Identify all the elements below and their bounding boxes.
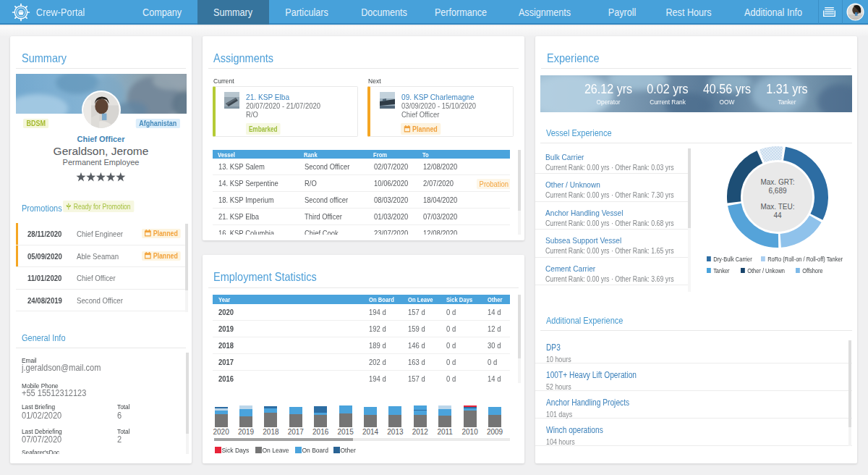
svg-text:44: 44 [773,211,782,219]
svg-text:Max. GRT:: Max. GRT: [760,178,794,186]
svg-text:6,689: 6,689 [768,187,786,195]
svg-text:Max. TEU:: Max. TEU: [760,203,794,211]
